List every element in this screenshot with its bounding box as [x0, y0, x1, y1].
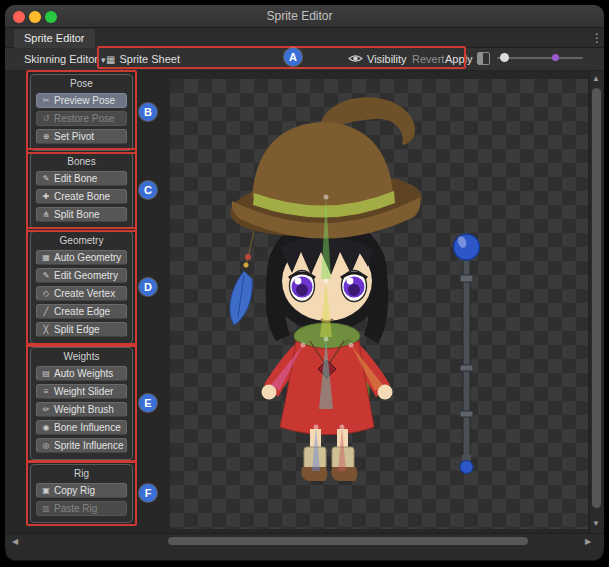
zoom-window-button[interactable]: [45, 11, 57, 23]
bone-influence-button[interactable]: ◉ Bone Influence: [36, 420, 127, 435]
edit-geometry-button[interactable]: ✎ Edit Geometry: [36, 268, 127, 283]
create-vertex-icon: ◇: [41, 289, 51, 298]
create-vertex-label: Create Vertex: [54, 288, 115, 299]
scroll-up-icon[interactable]: ▲: [592, 74, 600, 84]
sprite-editor-window: Sprite Editor Sprite Editor ⋮ Skinning E…: [0, 0, 609, 567]
create-bone-icon: ✚: [41, 192, 51, 201]
annotation-badge-a: A: [284, 48, 302, 66]
scroll-right-icon[interactable]: ▶: [585, 537, 591, 547]
create-edge-label: Create Edge: [54, 306, 110, 317]
chevron-down-icon: ▾: [101, 55, 106, 65]
preview-pose-label: Preview Pose: [54, 95, 115, 106]
set-pivot-label: Set Pivot: [54, 131, 94, 142]
panel-pose: Pose ✂ Preview Pose ↺ Restore Pose ⊕ Set…: [30, 74, 133, 151]
split-bone-icon: ⋔: [41, 210, 51, 219]
canvas-artwork: [170, 79, 588, 529]
visibility-label: Visibility: [367, 53, 407, 65]
sprite-sheet-button[interactable]: ▦Sprite Sheet: [106, 53, 180, 65]
sprite-influence-button[interactable]: ◎ Sprite Influence: [36, 438, 127, 453]
annotation-badge-f: F: [139, 484, 157, 502]
copy-rig-button[interactable]: ▣ Copy Rig: [36, 483, 127, 498]
restore-pose-button[interactable]: ↺ Restore Pose: [36, 111, 127, 126]
panel-weights: Weights ▤ Auto Weights ≡ Weight Slider ✏…: [30, 347, 133, 460]
preview-pose-button[interactable]: ✂ Preview Pose: [36, 93, 127, 108]
bone-influence-icon: ◉: [41, 423, 51, 432]
tab-sprite-editor[interactable]: Sprite Editor: [14, 29, 95, 48]
weight-brush-button[interactable]: ✏ Weight Brush: [36, 402, 127, 417]
annotation-badge-b: B: [139, 103, 157, 121]
panel-weights-title: Weights: [35, 351, 128, 363]
feather-charm: [230, 231, 254, 325]
vertical-scrollbar-thumb[interactable]: [592, 88, 601, 508]
create-vertex-button[interactable]: ◇ Create Vertex: [36, 286, 127, 301]
auto-geometry-icon: ▦: [41, 253, 51, 262]
revert-button[interactable]: Revert: [412, 53, 444, 65]
boots: [301, 429, 357, 481]
skinning-editor-dropdown[interactable]: Skinning Editor▾: [24, 53, 106, 65]
weight-slider-label: Weight Slider: [54, 386, 113, 397]
annotation-badge-d: D: [139, 278, 157, 296]
apply-button[interactable]: Apply: [445, 53, 473, 65]
split-edge-icon: ╳: [41, 325, 51, 334]
annotation-badge-e: E: [139, 394, 157, 412]
scroll-left-icon[interactable]: ◀: [12, 537, 18, 547]
paste-rig-button[interactable]: ▥ Paste Rig: [36, 501, 127, 516]
panel-pose-title: Pose: [35, 78, 128, 90]
panel-bones: Bones ✎ Edit Bone ✚ Create Bone ⋔ Split …: [30, 152, 133, 229]
secondary-slider-knob[interactable]: [552, 54, 559, 61]
window-title: Sprite Editor: [0, 5, 599, 28]
zoom-slider-knob[interactable]: [500, 53, 509, 62]
edit-bone-label: Edit Bone: [54, 173, 97, 184]
eye-icon: [348, 53, 363, 66]
paste-rig-label: Paste Rig: [54, 503, 97, 514]
create-edge-button[interactable]: ╱ Create Edge: [36, 304, 127, 319]
sprite-influence-label: Sprite Influence: [54, 440, 124, 451]
set-pivot-icon: ⊕: [41, 132, 51, 141]
panel-bones-title: Bones: [35, 156, 128, 168]
split-edge-label: Split Edge: [54, 324, 100, 335]
auto-weights-button[interactable]: ▤ Auto Weights: [36, 366, 127, 381]
auto-geometry-button[interactable]: ▦ Auto Geometry: [36, 250, 127, 265]
copy-rig-label: Copy Rig: [54, 485, 95, 496]
weight-brush-label: Weight Brush: [54, 404, 114, 415]
edit-geometry-icon: ✎: [41, 271, 51, 280]
auto-weights-icon: ▤: [41, 369, 51, 378]
auto-geometry-label: Auto Geometry: [54, 252, 121, 263]
restore-pose-icon: ↺: [41, 114, 51, 123]
preview-pose-icon: ✂: [41, 96, 51, 105]
paste-rig-icon: ▥: [41, 504, 51, 513]
split-edge-button[interactable]: ╳ Split Edge: [36, 322, 127, 337]
edit-bone-button[interactable]: ✎ Edit Bone: [36, 171, 127, 186]
restore-pose-label: Restore Pose: [54, 113, 115, 124]
panel-geometry: Geometry ▦ Auto Geometry ✎ Edit Geometry…: [30, 231, 133, 344]
panel-rig-title: Rig: [35, 468, 128, 480]
zoom-slider[interactable]: [497, 57, 583, 59]
weight-slider-button[interactable]: ≡ Weight Slider: [36, 384, 127, 399]
minimize-window-button[interactable]: [29, 11, 41, 23]
visibility-button[interactable]: Visibility: [348, 53, 407, 66]
scroll-down-icon[interactable]: ▼: [592, 519, 600, 529]
create-bone-button[interactable]: ✚ Create Bone: [36, 189, 127, 204]
weight-brush-icon: ✏: [41, 405, 51, 414]
staff-sprite: [454, 234, 480, 474]
sprite-canvas[interactable]: [170, 79, 588, 529]
panel-geometry-title: Geometry: [35, 235, 128, 247]
copy-rig-icon: ▣: [41, 486, 51, 495]
close-window-button[interactable]: [13, 11, 25, 23]
panel-rig: Rig ▣ Copy Rig ▥ Paste Rig: [30, 464, 133, 523]
split-bone-button[interactable]: ⋔ Split Bone: [36, 207, 127, 222]
create-bone-label: Create Bone: [54, 191, 110, 202]
edit-geometry-label: Edit Geometry: [54, 270, 118, 281]
overlay-toggle-icon[interactable]: [477, 52, 490, 65]
overflow-menu-icon[interactable]: ⋮: [590, 29, 604, 48]
horizontal-scrollbar-thumb[interactable]: [168, 537, 528, 545]
tab-strip: [5, 28, 604, 48]
sprite-sheet-grid-icon: ▦: [106, 54, 115, 65]
edit-bone-icon: ✎: [41, 174, 51, 183]
sprite-sheet-label: Sprite Sheet: [119, 53, 180, 65]
annotation-badge-c: C: [139, 181, 157, 199]
skinning-editor-label: Skinning Editor: [24, 53, 98, 65]
auto-weights-label: Auto Weights: [54, 368, 113, 379]
set-pivot-button[interactable]: ⊕ Set Pivot: [36, 129, 127, 144]
weight-slider-icon: ≡: [41, 387, 51, 396]
